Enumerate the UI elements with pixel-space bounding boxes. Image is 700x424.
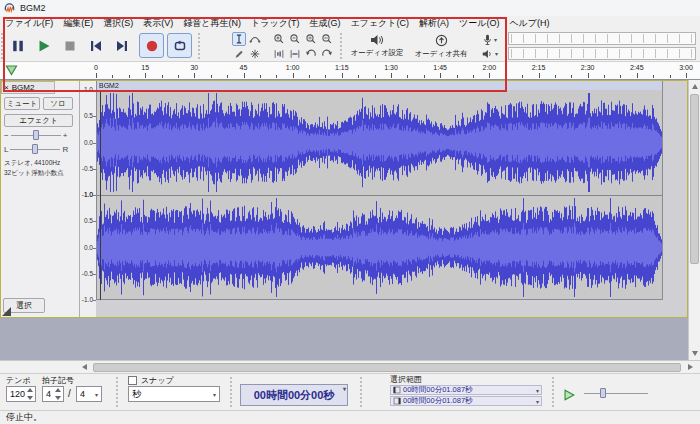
menu-item-6[interactable]: トラック(T): [246, 16, 304, 30]
menu-item-8[interactable]: エフェクト(C): [345, 16, 414, 30]
scroll-right-icon[interactable]: [688, 364, 693, 370]
selection-tool-button[interactable]: [232, 32, 246, 46]
ruler-tick: [620, 75, 621, 78]
draw-tool-button[interactable]: [232, 47, 246, 61]
ruler-tick: [276, 75, 277, 78]
toolbar-gripper[interactable]: [198, 33, 202, 59]
horizontal-scrollbar-thumb[interactable]: [93, 363, 681, 372]
tempo-input[interactable]: 120: [6, 386, 36, 402]
menu-item-3[interactable]: 選択(S): [98, 16, 138, 30]
toolbar-gripper[interactable]: [552, 377, 556, 407]
audio-share-button[interactable]: オーディオ共有: [412, 32, 470, 60]
spin-down-icon[interactable]: [55, 396, 61, 400]
track-tab[interactable]: × BGM2: [1, 81, 55, 94]
zoom-out-button[interactable]: [288, 32, 302, 46]
undo-button[interactable]: [304, 47, 318, 61]
play-icon: [36, 38, 52, 54]
loop-button[interactable]: [167, 33, 192, 58]
timeline-ruler[interactable]: 01530451:001:151:301:452:002:152:302:453…: [0, 62, 700, 80]
snap-mode-select[interactable]: 秒 ▾: [128, 386, 220, 402]
playback-device-button[interactable]: ▾: [476, 47, 504, 60]
menu-item-11[interactable]: ヘルプ(H): [504, 16, 554, 30]
playback-meter[interactable]: [508, 47, 696, 60]
spin-up-icon[interactable]: [27, 388, 33, 392]
gain-slider[interactable]: [11, 130, 61, 140]
tempo-value: 120: [10, 389, 25, 399]
menu-item-1[interactable]: ファイル(F): [0, 16, 58, 30]
scale-tick: [93, 195, 96, 196]
time-signature-lower-select[interactable]: 4 ▾: [76, 386, 102, 402]
audio-position-display[interactable]: 00時間00分00秒 ▾: [240, 384, 348, 406]
ruler-tick: [473, 75, 474, 78]
effects-button[interactable]: エフェクト: [4, 114, 73, 127]
toolbar-gripper[interactable]: [340, 33, 344, 59]
snap-mode-value: 秒: [132, 388, 141, 401]
toolbar-gripper[interactable]: [360, 377, 364, 407]
selection-end-display[interactable]: 00時間00分01.087秒 ▾: [390, 396, 542, 406]
skip-to-start-button[interactable]: [83, 33, 108, 58]
spin-up-icon[interactable]: [55, 388, 61, 392]
track-collapse-icon[interactable]: [2, 307, 11, 316]
gain-slider-thumb[interactable]: [33, 130, 39, 140]
horizontal-scrollbar[interactable]: [0, 360, 700, 373]
pause-button[interactable]: [5, 33, 30, 58]
ruler-tick: [457, 75, 458, 78]
ruler-tick: [670, 75, 671, 78]
silence-audio-icon: [289, 47, 301, 61]
play-speed-slider[interactable]: [584, 388, 648, 398]
silence-audio-button[interactable]: [288, 47, 302, 61]
pan-slider-thumb[interactable]: [32, 144, 38, 154]
gain-plus-label: +: [63, 131, 68, 140]
track-close-icon[interactable]: ×: [4, 83, 9, 92]
scroll-down-icon[interactable]: [692, 351, 698, 356]
scroll-up-icon[interactable]: [692, 84, 698, 89]
ruler-tick: [588, 73, 589, 78]
vertical-scale-ruler[interactable]: 1.00.50.0-0.5-1.01.00.50.0-0.5-1.0: [80, 80, 96, 318]
trim-audio-button[interactable]: [272, 47, 286, 61]
play-at-speed-button[interactable]: [560, 386, 578, 403]
gain-slider-row: − +: [4, 130, 67, 140]
menu-item-2[interactable]: 編集(E): [58, 16, 98, 30]
snap-checkbox[interactable]: [128, 376, 137, 385]
time-signature-spinner[interactable]: [54, 388, 62, 400]
scroll-left-icon[interactable]: [82, 364, 87, 370]
menu-item-5[interactable]: 録音と再生(N): [178, 16, 246, 30]
record-button[interactable]: [139, 33, 164, 58]
ruler-tick: [293, 73, 294, 78]
menu-item-7[interactable]: 生成(G): [304, 16, 345, 30]
recording-meter[interactable]: [508, 32, 696, 45]
skip-to-end-button[interactable]: [109, 33, 134, 58]
zoom-toggle-button[interactable]: [320, 32, 334, 46]
zoom-selection-icon: [305, 32, 317, 46]
audio-setup-button[interactable]: オーディオ設定: [346, 32, 408, 60]
vertical-scrollbar[interactable]: [688, 80, 700, 360]
zoom-in-button[interactable]: [272, 32, 286, 46]
waveform-display[interactable]: [96, 80, 688, 318]
ruler-tick: [522, 75, 523, 78]
play-speed-slider-thumb[interactable]: [600, 388, 606, 398]
menu-item-9[interactable]: 解析(A): [414, 16, 454, 30]
recording-device-button[interactable]: ▾: [476, 33, 504, 46]
solo-button[interactable]: ソロ: [43, 97, 73, 110]
envelope-tool-button[interactable]: [248, 32, 262, 46]
zoom-selection-button[interactable]: [304, 32, 318, 46]
play-pin-icon[interactable]: [5, 65, 18, 76]
menu-item-10[interactable]: ツール(O): [454, 16, 504, 30]
spin-down-icon[interactable]: [27, 396, 33, 400]
pan-slider[interactable]: [10, 144, 60, 154]
toolbar-gripper[interactable]: [116, 377, 120, 407]
selection-end-icon: [393, 397, 401, 405]
tempo-spinner[interactable]: [26, 388, 34, 400]
stop-button[interactable]: [57, 33, 82, 58]
redo-button[interactable]: [320, 47, 334, 61]
multi-tool-button[interactable]: [248, 47, 262, 61]
play-button[interactable]: [31, 33, 56, 58]
menu-item-4[interactable]: 表示(V): [138, 16, 178, 30]
mute-button[interactable]: ミュート: [4, 97, 40, 110]
time-signature-upper-input[interactable]: 4: [42, 386, 64, 402]
stop-icon: [62, 38, 78, 54]
vertical-scrollbar-thumb[interactable]: [690, 94, 699, 264]
selection-start-display[interactable]: 00時間00分01.087秒 ▾: [390, 385, 542, 395]
ruler-label: 2:00: [483, 64, 497, 71]
toolbar-gripper[interactable]: [230, 377, 234, 407]
